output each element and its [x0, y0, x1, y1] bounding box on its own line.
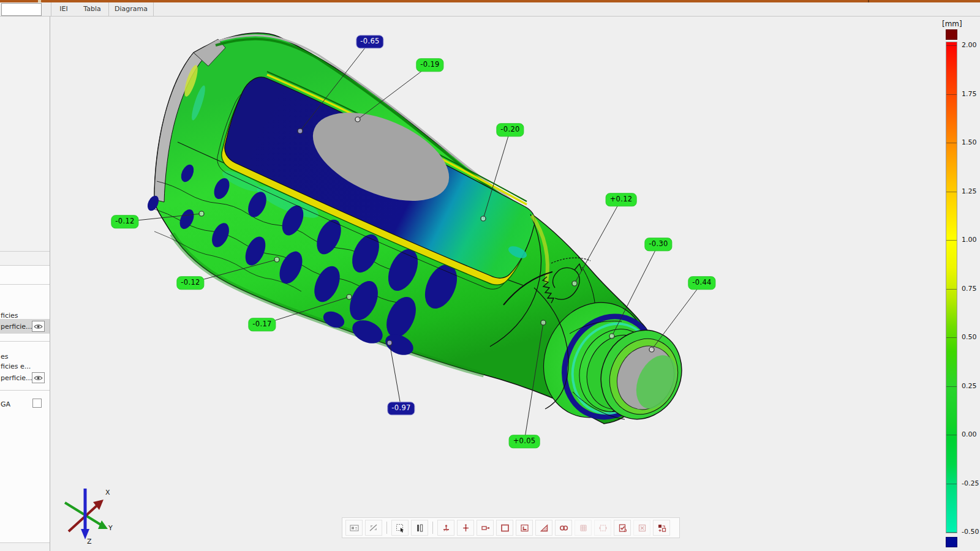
deviation-label[interactable]: +0.05 [509, 435, 540, 448]
leader-line [652, 283, 702, 350]
measurement-anchor-point [347, 294, 352, 299]
measurement-anchor-point [387, 340, 392, 345]
link-elements-icon [559, 523, 569, 533]
rectangle-tool-button[interactable] [496, 520, 513, 536]
rectangle-tool-icon [500, 523, 510, 533]
viewport-toolbar [342, 517, 680, 538]
split-view-icon [415, 523, 425, 533]
split-view-button[interactable] [411, 520, 428, 536]
colorbar-tick [946, 45, 957, 46]
colorbar-tick-label: -0.25 [962, 479, 979, 487]
measurement-anchor-point [298, 129, 303, 133]
colorbar-tick [946, 192, 957, 192]
deviation-label[interactable]: -0.65 [356, 35, 383, 48]
dimension-label-icon [480, 523, 491, 533]
deviation-label[interactable]: -0.20 [496, 123, 524, 137]
datum-axis-button[interactable] [457, 520, 474, 536]
corner-tool-icon [519, 523, 530, 533]
leader-line [483, 130, 510, 219]
colorbar-tick-label: 0.25 [962, 382, 977, 390]
corner-tool-button[interactable] [516, 520, 533, 536]
measurement-anchor-point [481, 216, 486, 221]
surface-comparison-icon [369, 523, 379, 533]
grid-tool-button[interactable] [575, 520, 592, 536]
leader-line [524, 323, 543, 441]
colorbar-tick-label: 0.75 [962, 285, 977, 293]
stamp-elements-icon [657, 523, 667, 533]
annotation-leader-lines [0, 0, 980, 551]
colorbar-tick [946, 435, 957, 435]
leader-line [358, 65, 430, 119]
colorbar-tick-label: 0.50 [962, 333, 977, 341]
angle-tool-button[interactable] [535, 520, 552, 536]
deviation-label[interactable]: +0.12 [606, 193, 637, 206]
colorbar-tick-label: -0.50 [962, 528, 979, 536]
colorbar-underrange-swatch [946, 537, 957, 547]
deviation-label[interactable]: -0.19 [416, 58, 443, 72]
view-options-button[interactable] [345, 520, 363, 536]
colorbar-tick [946, 532, 957, 533]
deviation-label[interactable]: -0.30 [644, 238, 672, 251]
link-elements-button[interactable] [555, 520, 572, 536]
colorbar-tick-label: 0.00 [962, 430, 977, 438]
colorbar-tick [946, 484, 957, 484]
leader-line [575, 200, 621, 283]
colorbar-unit-label: [mm] [942, 20, 973, 28]
colorbar-tick [946, 143, 957, 143]
deviation-label[interactable]: -0.12 [111, 215, 138, 228]
toolbar-separator [432, 522, 433, 534]
colorbar-tick [946, 386, 957, 387]
measurement-anchor-point [274, 257, 279, 262]
delete-element-button[interactable] [633, 520, 650, 536]
colorbar-tick-label: 1.75 [962, 90, 977, 98]
deviation-label[interactable]: -0.12 [176, 276, 204, 290]
measurement-anchor-point [199, 211, 204, 216]
colorbar-tick [946, 337, 957, 338]
expand-selection-button[interactable] [594, 520, 611, 536]
colorbar-tick-label: 1.25 [962, 187, 977, 195]
colorbar-tick-label: 1.00 [962, 236, 977, 244]
colorbar-tick [946, 289, 957, 290]
report-check-icon [617, 523, 628, 533]
select-elements-button[interactable] [391, 520, 409, 536]
measurement-anchor-point [609, 334, 614, 339]
colorbar-tick-label: 2.00 [962, 41, 977, 49]
toolbar-separator [386, 522, 387, 534]
deviation-label[interactable]: -0.97 [387, 402, 415, 415]
angle-tool-icon [539, 523, 549, 533]
measurement-anchor-point [355, 117, 360, 122]
dimension-label-button[interactable] [477, 520, 494, 536]
deviation-label[interactable]: -0.44 [688, 276, 715, 290]
colorbar-tick-label: 1.50 [962, 138, 977, 146]
surface-comparison-button[interactable] [365, 520, 382, 536]
colorbar-tick [946, 240, 957, 241]
leader-line [612, 244, 658, 336]
datum-point-icon [441, 523, 451, 533]
delete-element-icon [637, 523, 647, 533]
report-check-button[interactable] [614, 520, 631, 536]
measurement-anchor-point [649, 347, 654, 352]
application-window: IEI Tabla Diagrama ficies perficie... es… [0, 0, 980, 551]
view-options-icon [349, 523, 360, 533]
deviation-label[interactable]: -0.17 [248, 318, 276, 331]
colorbar-tick [946, 94, 957, 95]
colorbar[interactable] [946, 42, 957, 533]
select-elements-icon [395, 523, 405, 533]
datum-axis-icon [461, 523, 471, 533]
grid-tool-icon [578, 523, 589, 533]
leader-line [390, 343, 401, 408]
colorbar-overrange-swatch [946, 29, 957, 40]
stamp-elements-button[interactable] [653, 520, 670, 536]
measurement-anchor-point [572, 281, 577, 286]
expand-selection-icon [598, 523, 608, 533]
datum-point-button[interactable] [437, 520, 454, 536]
measurement-anchor-point [541, 320, 546, 325]
